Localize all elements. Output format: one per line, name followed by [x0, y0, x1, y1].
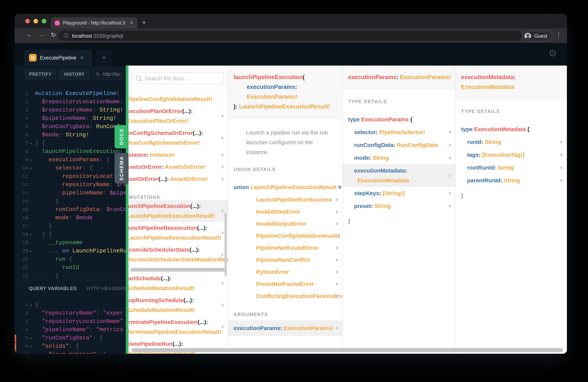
url-bar[interactable]: ⓘ localhost :3333/graphql: [58, 31, 522, 41]
doc-item[interactable]: executionMetadata:ExecutionMetadata: [343, 164, 455, 187]
fold-arrow-icon[interactable]: ▾: [30, 140, 35, 148]
doc-item[interactable]: assetOrError(...): AssetOrError!: [128, 173, 228, 185]
code-line[interactable]: 6▾ "solids": {: [15, 342, 126, 351]
query-editor-lines[interactable]: 1 mutation ExecutePipeline(2 $repository…: [15, 90, 126, 280]
doc-item[interactable]: launchPipelineExecution(...):LaunchPipel…: [128, 200, 228, 222]
doc-item[interactable]: PresetNotFoundError: [228, 278, 342, 290]
refresh-endpoint-icon[interactable]: ↺: [96, 71, 100, 77]
traffic-light-zoom-icon[interactable]: [42, 19, 46, 23]
tab-query-variables[interactable]: QUERY VARIABLES: [29, 285, 77, 291]
code-line[interactable]: 7▾ "save_metrics": {: [15, 351, 126, 354]
code-line[interactable]: 18▾ ) {: [15, 231, 126, 239]
code-line[interactable]: 2 "repositoryName": "exper: [15, 309, 126, 318]
doc-item[interactable]: PipelineConfigValidationInvalid: [228, 230, 342, 242]
fold-arrow-icon[interactable]: ▾: [30, 248, 35, 256]
forward-icon[interactable]: →: [39, 31, 44, 38]
code-line[interactable]: 5 $runConfigData: RunConfigData!: [15, 123, 126, 131]
fold-arrow-icon[interactable]: ▾: [30, 156, 35, 165]
browser-menu-icon[interactable]: ⋮: [556, 31, 562, 38]
tab-docs[interactable]: DOCS: [114, 125, 128, 149]
doc-item[interactable]: assetsOrError: AssetsOrError!: [128, 161, 228, 173]
prettify-button[interactable]: PRETTIFY: [24, 68, 56, 80]
code-line[interactable]: 1 mutation ExecutePipeline(: [15, 90, 126, 98]
doc-item[interactable]: stopRunningSchedule(...):ScheduleMutatio…: [128, 294, 228, 316]
fold-arrow-icon[interactable]: ▾: [30, 351, 35, 354]
doc-item[interactable]: executionPlanOrError(...):ExecutionPlanO…: [128, 105, 228, 127]
variables-editor-lines[interactable]: 1▾{2 "repositoryName": "exper3 "reposito…: [15, 301, 126, 354]
doc-item[interactable]: PipelineConfigValidationResult!: [128, 93, 228, 105]
code-line[interactable]: 3 "repositoryLocationName": [15, 318, 126, 326]
code-line[interactable]: 6 $mode: String!: [15, 131, 126, 139]
code-line[interactable]: 4 "pipelineName": "metrics: [15, 326, 126, 334]
code-line[interactable]: 8 launchPipelineExecution(: [15, 148, 126, 156]
back-icon[interactable]: ←: [26, 31, 32, 38]
code-line[interactable]: 17 }: [15, 222, 126, 231]
browser-tab-close-icon[interactable]: ✕: [129, 20, 134, 26]
settings-gear-icon[interactable]: ⚙: [548, 48, 557, 58]
fold-arrow-icon[interactable]: ▾: [30, 231, 35, 239]
code-line[interactable]: 15 runConfigData: $runConfigData: [15, 206, 126, 214]
browser-tab[interactable]: Playground - http://localhost:3 ✕: [51, 17, 138, 28]
doc-item[interactable]: stepKeys: [String!]: [343, 187, 455, 200]
endpoint-input[interactable]: ↺ http://loc: [93, 68, 126, 80]
doc-item[interactable]: startSchedule(...):ScheduleMutationResul…: [128, 272, 228, 294]
code-line[interactable]: 20▾ ... on LaunchPipelineRunSuccess {: [15, 247, 126, 255]
code-line[interactable]: 13 pipelineName: $pipelineName: [15, 189, 126, 197]
doc-item[interactable]: InvalidOutputError: [228, 218, 342, 230]
tab-http-headers[interactable]: HTTP HEADERS: [87, 285, 126, 291]
history-button[interactable]: HISTORY: [59, 68, 90, 80]
traffic-light-close-icon[interactable]: [25, 19, 30, 23]
doc-item[interactable]: preset: String: [343, 200, 455, 212]
session-tab-close-icon[interactable]: ✕: [80, 55, 84, 61]
doc-item[interactable]: selector: PipelineSelector!: [343, 126, 455, 139]
new-tab-button[interactable]: +: [142, 18, 146, 27]
code-line[interactable]: 7▾) {: [15, 139, 126, 148]
docs-horizontal-scrollbar[interactable]: [131, 348, 563, 352]
doc-item[interactable]: launchPipelineReexecution(...):LaunchPip…: [128, 222, 228, 244]
code-line[interactable]: 21 run {: [15, 255, 126, 264]
session-tab-executepipeline[interactable]: M ExecutePipeline ✕: [24, 50, 92, 65]
code-line[interactable]: 10▾ selector: {: [15, 164, 126, 172]
code-line[interactable]: 5▾ "runConfigData": {: [15, 334, 126, 342]
fold-arrow-icon[interactable]: ▾: [30, 343, 35, 351]
profile-button[interactable]: Guest: [522, 30, 552, 42]
code-line[interactable]: 4 $pipelineName: String!: [15, 114, 126, 123]
doc-item[interactable]: rootRunId: String: [456, 161, 567, 174]
tab-schema[interactable]: SCHEMA: [114, 153, 128, 184]
doc-item[interactable]: parentRunId: String: [456, 174, 567, 187]
code-line[interactable]: 16 mode: $mode: [15, 214, 126, 222]
query-editor-pane[interactable]: PRETTIFY HISTORY ↺ http://loc 1 mutation…: [15, 65, 126, 354]
traffic-light-minimize-icon[interactable]: [34, 19, 38, 23]
column-vertical-scrollbar[interactable]: [225, 212, 227, 276]
doc-item[interactable]: runId: String: [456, 136, 567, 149]
doc-item[interactable]: LaunchPipelineRunSuccess: [228, 194, 342, 206]
doc-item[interactable]: PipelineNotFoundError: [228, 242, 342, 254]
fold-arrow-icon[interactable]: ▾: [30, 301, 35, 310]
doc-item[interactable]: instance: Instance!: [128, 149, 228, 161]
fold-arrow-icon[interactable]: ▾: [30, 165, 35, 173]
doc-item[interactable]: reconcileSchedulerState(...):ReconcileSc…: [128, 244, 228, 266]
doc-item[interactable]: tags: [ExecutionTag!]: [456, 149, 567, 161]
doc-item[interactable]: runConfigData: RunConfigData: [343, 139, 455, 151]
code-line[interactable]: 2 $repositoryLocationName: String!: [15, 98, 126, 106]
column-horizontal-scrollbar[interactable]: [130, 268, 225, 272]
page-info-icon[interactable]: ⓘ: [64, 32, 68, 39]
search-input[interactable]: Search the docs ...: [132, 72, 224, 84]
code-line[interactable]: 9▾ executionParams: {: [15, 156, 126, 164]
code-line[interactable]: 3 $repositoryName: String!: [15, 106, 126, 114]
code-line[interactable]: 23 }: [15, 272, 126, 280]
doc-item[interactable]: PipelineRunConflict: [228, 254, 342, 266]
doc-item[interactable]: terminatePipelineExecution(...):Terminat…: [128, 316, 228, 338]
doc-item[interactable]: runConfigSchemaOrError(...):RunConfigSch…: [128, 127, 228, 149]
fold-arrow-icon[interactable]: ▾: [30, 335, 35, 343]
code-line[interactable]: 11 repositoryLocationName: $repositoryLo…: [15, 172, 126, 181]
new-session-tab-button[interactable]: +: [96, 50, 112, 65]
code-line[interactable]: 19 __typename: [15, 239, 126, 247]
doc-item[interactable]: PythonError: [228, 266, 342, 278]
code-line[interactable]: 1▾{: [15, 301, 126, 309]
code-line[interactable]: 14 }: [15, 197, 126, 206]
doc-item[interactable]: executionParams: ExecutionParams!: [228, 320, 342, 336]
doc-item[interactable]: mode: String: [343, 151, 455, 164]
doc-item[interactable]: ConflictingExecutionParamsError: [228, 290, 342, 302]
code-line[interactable]: 12 repositoryName: $repositoryName: [15, 181, 126, 189]
